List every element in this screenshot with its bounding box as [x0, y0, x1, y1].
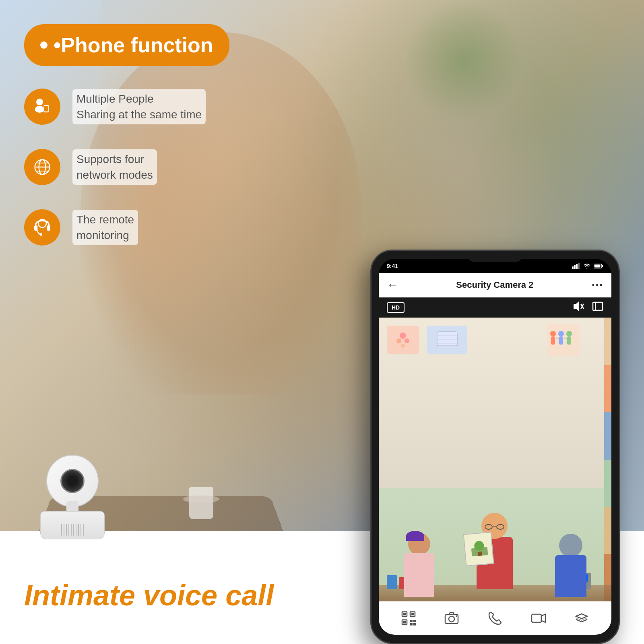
svg-point-28: [401, 344, 405, 348]
feature-text-sharing: Multiple People Sharing at the same time: [72, 89, 206, 124]
svg-point-35: [558, 331, 564, 336]
video-button[interactable]: [528, 608, 549, 628]
photo-button[interactable]: [442, 608, 462, 628]
person-child-1: [404, 533, 434, 597]
smartphone-mockup: 9:41: [370, 250, 620, 644]
phone-notch: [467, 251, 523, 262]
feature-item-sharing: Multiple People Sharing at the same time: [24, 89, 206, 125]
bottom-tagline: Intimate voice call: [24, 579, 274, 612]
call-icon: [488, 611, 502, 625]
svg-rect-11: [47, 225, 50, 231]
camera-title: Security Camera 2: [456, 280, 533, 290]
back-button[interactable]: ←: [387, 279, 398, 291]
svg-marker-58: [541, 614, 545, 622]
battery-icon: [594, 264, 603, 268]
wall-decoration-1: [393, 330, 413, 350]
layers-button[interactable]: [572, 608, 592, 628]
person-child-2: [555, 534, 586, 597]
feature-item-network: Supports four network modes: [24, 149, 206, 185]
person-teacher: [477, 513, 513, 589]
svg-rect-16: [578, 263, 580, 269]
people-share-icon-circle: [24, 89, 60, 125]
svg-rect-14: [574, 265, 576, 269]
headset-icon: [32, 217, 52, 237]
svg-rect-19: [594, 264, 601, 267]
scan-icon: [401, 611, 416, 625]
feature-text-monitoring: The remote monitoring: [72, 210, 138, 245]
camera-head: [46, 455, 99, 507]
svg-rect-38: [567, 336, 571, 345]
camera-grill: [52, 524, 93, 536]
svg-rect-18: [602, 265, 603, 267]
svg-point-33: [550, 331, 556, 336]
scan-button[interactable]: [398, 608, 419, 628]
phone-screen: 9:41: [379, 259, 611, 635]
headset-icon-circle: [24, 209, 60, 246]
layers-icon: [574, 612, 589, 624]
feed-figures: [379, 374, 611, 601]
drawing-icon: [468, 537, 490, 559]
video-controls-bar: HD: [379, 297, 611, 318]
svg-point-55: [449, 616, 454, 622]
call-button[interactable]: [485, 608, 505, 628]
svg-point-25: [400, 332, 406, 339]
network-icon: [32, 157, 52, 177]
svg-rect-34: [551, 336, 555, 345]
feature-text-network: Supports four network modes: [72, 149, 157, 185]
camera-feed: [379, 318, 611, 601]
svg-point-56: [456, 615, 457, 617]
status-icons: [572, 263, 603, 269]
features-list: Multiple People Sharing at the same time…: [24, 89, 206, 246]
svg-point-27: [405, 339, 409, 343]
svg-rect-51: [413, 620, 416, 622]
app-header: ← Security Camera 2 ···: [379, 273, 611, 297]
svg-rect-45: [403, 613, 406, 615]
more-options-button[interactable]: ···: [592, 279, 603, 291]
svg-rect-15: [576, 264, 578, 269]
people-share-icon: [32, 97, 52, 117]
content-layer: •Phone function Multiple People Sharing …: [0, 0, 644, 644]
svg-rect-57: [532, 614, 541, 622]
svg-rect-43: [477, 551, 482, 556]
feature-item-monitoring: The remote monitoring: [24, 209, 206, 246]
svg-rect-49: [403, 621, 406, 623]
video-icon: [531, 613, 546, 624]
badge-text: •Phone function: [54, 33, 213, 57]
photo-icon: [444, 612, 459, 625]
fullscreen-icon[interactable]: [592, 301, 603, 314]
camera-device: [32, 451, 113, 539]
wifi-icon: [583, 263, 590, 269]
phone-toolbar: [379, 601, 611, 635]
phone-outer: 9:41: [370, 250, 620, 644]
signal-icon: [572, 263, 580, 269]
svg-rect-13: [572, 266, 574, 269]
svg-point-37: [566, 331, 572, 336]
wall-decoration-3: [547, 324, 579, 356]
camera-lens: [60, 469, 85, 493]
svg-rect-53: [413, 623, 416, 625]
svg-rect-10: [34, 225, 37, 231]
svg-point-0: [36, 99, 43, 105]
svg-marker-20: [574, 301, 579, 311]
svg-point-12: [39, 233, 42, 236]
status-time: 9:41: [387, 263, 398, 269]
feed-scene: [379, 318, 611, 601]
svg-rect-50: [410, 620, 413, 622]
wall-decoration-2: [435, 330, 459, 350]
svg-point-1: [35, 106, 44, 113]
svg-point-26: [396, 339, 401, 343]
svg-rect-36: [559, 336, 563, 345]
svg-rect-52: [410, 623, 413, 625]
svg-rect-23: [593, 302, 603, 310]
network-icon-circle: [24, 149, 60, 185]
camera-base: [40, 511, 105, 539]
badge-dot: [40, 41, 47, 49]
video-icons: [573, 301, 603, 314]
hd-badge[interactable]: HD: [387, 302, 405, 313]
svg-rect-47: [411, 613, 414, 615]
phone-function-badge: •Phone function: [24, 24, 229, 66]
svg-rect-3: [44, 106, 48, 111]
mute-icon[interactable]: [573, 301, 584, 314]
